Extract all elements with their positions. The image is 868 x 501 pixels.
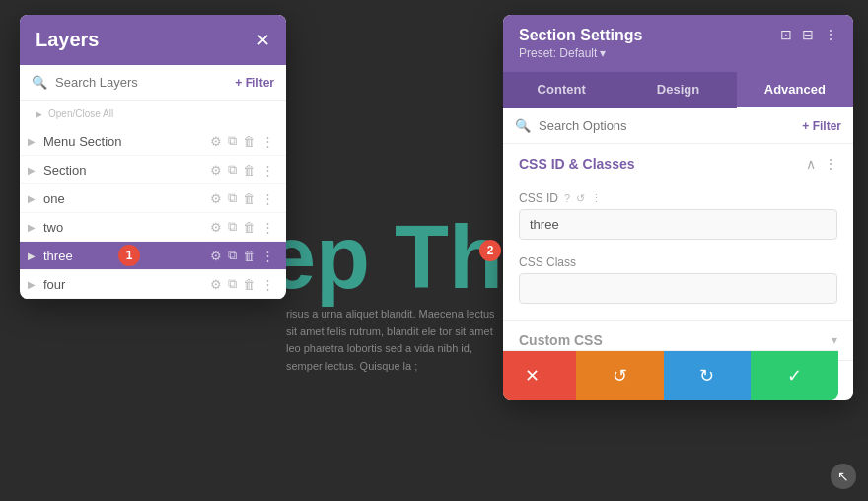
layer-item-section[interactable]: ▶ Section ⚙ ⧉ 🗑 ⋮ [20,156,286,184]
duplicate-icon[interactable]: ⧉ [228,190,237,206]
layer-item-menu-section[interactable]: ▶ Menu Section ⚙ ⧉ 🗑 ⋮ [20,127,286,156]
delete-icon[interactable]: 🗑 [243,134,255,149]
settings-tabs: Content Design Advanced [503,72,853,108]
duplicate-icon[interactable]: ⧉ [228,276,237,292]
step-badge-2: 2 [479,240,501,261]
layer-actions: ⚙ ⧉ 🗑 ⋮ [210,276,274,292]
custom-css-title: Custom CSS [519,332,603,348]
delete-icon[interactable]: 🗑 [243,220,255,235]
duplicate-icon[interactable]: ⧉ [228,162,237,178]
layer-actions: ⚙ ⧉ 🗑 ⋮ [210,190,274,206]
more-icon[interactable]: ⋮ [261,134,274,149]
layer-actions: ⚙ ⧉ 🗑 ⋮ [210,133,274,149]
css-class-label: CSS Class [519,255,837,269]
delete-icon[interactable]: 🗑 [243,277,255,292]
settings-filter-button[interactable]: + Filter [802,119,841,133]
layers-close-button[interactable]: ✕ [255,30,270,51]
open-close-label: Open/Close All [48,108,113,119]
section-more-icon[interactable]: ⋮ [824,156,837,172]
css-class-field-row: CSS Class [503,248,853,312]
chevron-down-icon: ▾ [832,333,837,347]
step-badge-1: 1 [118,245,140,266]
css-id-classes-group: CSS ID & Classes ∧ ⋮ CSS ID ? ↺ ⋮ [503,144,853,321]
duplicate-icon[interactable]: ⧉ [228,133,237,149]
chevron-icon: ▶ [28,222,37,233]
tab-content[interactable]: Content [503,72,619,108]
more-options-icon[interactable]: ⋮ [824,27,837,42]
split-icon[interactable]: ⊟ [802,27,814,42]
layers-search-input[interactable] [55,75,227,90]
section-group-icons: ∧ ⋮ [806,156,837,172]
more-icon[interactable]: ⋮ [261,220,274,235]
settings-footer: ✕ ↺ ↻ ✓ [503,350,838,400]
css-id-field-row: CSS ID ? ↺ ⋮ [503,183,853,248]
more-icon[interactable]: ⋮ [261,163,274,178]
delete-icon[interactable]: 🗑 [243,191,255,206]
more-icon[interactable]: ⋮ [261,249,274,263]
chevron-right-icon: ▶ [36,109,42,119]
settings-header: Section Settings Preset: Default ▾ ⊡ ⊟ ⋮ [503,15,853,72]
tab-advanced[interactable]: Advanced [737,72,853,108]
chevron-down-icon: ▾ [600,46,606,60]
more-icon[interactable]: ⋮ [261,277,274,292]
settings-icon[interactable]: ⚙ [210,191,222,206]
settings-search-bar: 🔍 + Filter [503,108,853,144]
settings-icon[interactable]: ⚙ [210,220,222,235]
layer-actions: ⚙ ⧉ 🗑 ⋮ [210,248,274,263]
layer-name: one [43,191,210,206]
css-id-classes-title: CSS ID & Classes [519,156,635,172]
layer-item-two[interactable]: ▶ two ⚙ ⧉ 🗑 ⋮ [20,213,286,242]
layout-icon[interactable]: ⊡ [780,27,792,42]
layer-name: Section [43,163,210,178]
css-id-input[interactable] [519,209,837,240]
help-icon[interactable]: ? [564,192,570,204]
duplicate-icon[interactable]: ⧉ [228,219,237,235]
tab-design[interactable]: Design [619,72,736,108]
settings-title-block: Section Settings Preset: Default ▾ [519,27,642,60]
save-button[interactable]: ✓ [751,351,838,400]
layer-item-one[interactable]: ▶ one ⚙ ⧉ 🗑 ⋮ [20,184,286,213]
settings-title: Section Settings [519,27,642,44]
delete-icon[interactable]: 🗑 [243,249,255,263]
duplicate-icon[interactable]: ⧉ [228,248,237,263]
more-field-icon[interactable]: ⋮ [591,192,602,205]
chevron-icon: ▶ [28,279,37,290]
collapse-icon[interactable]: ∧ [806,156,816,172]
css-class-input[interactable] [519,273,837,304]
css-id-classes-header[interactable]: CSS ID & Classes ∧ ⋮ [503,144,853,183]
cancel-button[interactable]: ✕ [503,351,576,400]
search-icon: 🔍 [32,75,47,90]
layer-item-four[interactable]: ▶ four ⚙ ⧉ 🗑 ⋮ [20,270,286,299]
settings-icon[interactable]: ⚙ [210,249,222,263]
layers-search-bar: 🔍 + Filter [20,65,286,101]
chevron-icon: ▶ [28,136,37,147]
delete-icon[interactable]: 🗑 [243,163,255,178]
search-icon: 🔍 [515,118,531,133]
settings-icon[interactable]: ⚙ [210,163,222,178]
layer-actions: ⚙ ⧉ 🗑 ⋮ [210,219,274,235]
settings-icon[interactable]: ⚙ [210,277,222,292]
settings-panel: Section Settings Preset: Default ▾ ⊡ ⊟ ⋮… [503,15,853,400]
chevron-icon: ▶ [28,250,37,261]
redo-button[interactable]: ↻ [664,351,752,400]
layers-panel: Layers ✕ 🔍 + Filter ▶ Open/Close All ▶ M… [20,15,286,299]
cursor-icon: ↖ [831,464,856,489]
layers-header: Layers ✕ [20,15,286,65]
settings-icon[interactable]: ⚙ [210,134,222,149]
settings-search-input[interactable] [539,118,794,133]
settings-preset: Preset: Default ▾ [519,46,642,60]
layer-name: four [43,277,210,292]
chevron-icon: ▶ [28,165,37,176]
bg-paragraph: risus a urna aliquet blandit. Maecena le… [286,306,498,375]
layer-name: Menu Section [43,134,210,149]
layer-name: two [43,220,210,235]
reset-icon[interactable]: ↺ [576,192,585,205]
chevron-icon: ▶ [28,193,37,204]
layers-filter-button[interactable]: + Filter [235,76,274,90]
open-close-all[interactable]: ▶ Open/Close All [20,101,286,127]
layer-item-three[interactable]: ▶ three 1 ⚙ ⧉ 🗑 ⋮ [20,242,286,270]
settings-header-icons: ⊡ ⊟ ⋮ [780,27,837,42]
reset-button[interactable]: ↺ [576,351,664,400]
layer-actions: ⚙ ⧉ 🗑 ⋮ [210,162,274,178]
more-icon[interactable]: ⋮ [261,191,274,206]
